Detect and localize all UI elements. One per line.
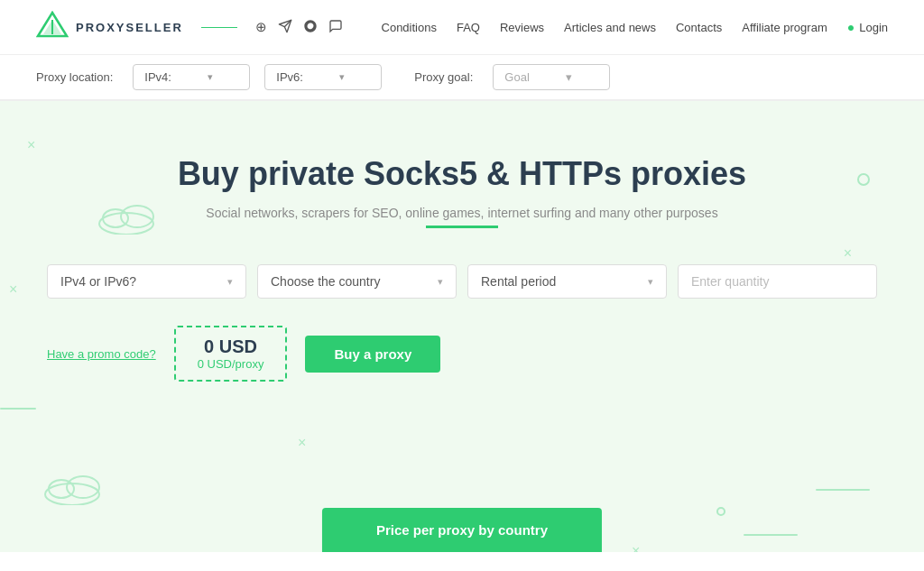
- hero-section: × × × × × Buy private Socks5 & HTTPs pro…: [0, 101, 924, 552]
- login-button[interactable]: ● Login: [847, 20, 888, 34]
- svg-point-6: [103, 209, 128, 227]
- ip-version-select[interactable]: IPv4 or IPv6? ▾: [47, 264, 246, 299]
- country-chevron-icon: ▾: [438, 276, 443, 288]
- toolbar: Proxy location: IPv4: ▾ IPv6: ▾ Proxy go…: [0, 55, 924, 101]
- ipv4-label: IPv4:: [144, 70, 171, 84]
- deco-line-4: [744, 534, 798, 536]
- ipv4-select[interactable]: IPv4: ▾: [133, 64, 250, 90]
- globe-icon[interactable]: ⊕: [255, 19, 267, 35]
- nav-articles[interactable]: Articles and news: [564, 21, 656, 34]
- send-icon[interactable]: [278, 19, 292, 36]
- user-icon: ●: [847, 20, 855, 34]
- logo-icon: [36, 11, 69, 43]
- header-left: PROXYSELLER ⊕: [36, 11, 343, 43]
- header-nav: Conditions FAQ Reviews Articles and news…: [382, 20, 888, 34]
- goal-placeholder: Goal: [504, 70, 529, 84]
- hero-title: Buy private Socks5 & HTTPs proxies: [178, 155, 746, 193]
- nav-faq[interactable]: FAQ: [457, 21, 480, 34]
- quantity-input[interactable]: [678, 264, 877, 299]
- deco-circle-2: [716, 507, 725, 516]
- chat-icon[interactable]: [328, 19, 343, 36]
- ipv4-chevron-icon: ▾: [208, 71, 213, 83]
- deco-circle-1: [857, 173, 870, 186]
- buy-proxy-button[interactable]: Buy a proxy: [305, 336, 440, 373]
- rental-period-chevron-icon: ▾: [648, 276, 653, 288]
- proxy-goal-label: Proxy goal:: [414, 70, 473, 84]
- ip-version-placeholder: IPv4 or IPv6?: [60, 274, 136, 289]
- hero-subtitle: Social networks, scrapers for SEO, onlin…: [206, 206, 717, 220]
- deco-cloud-2: [36, 462, 108, 505]
- ipv6-select[interactable]: IPv6: ▾: [264, 64, 382, 90]
- nav-reviews[interactable]: Reviews: [500, 21, 544, 34]
- header: PROXYSELLER ⊕ Conditions FAQ Reviews Art…: [0, 0, 924, 55]
- deco-x-5: ×: [844, 245, 852, 262]
- price-box: 0 USD 0 USD/proxy: [174, 326, 288, 382]
- form-row: IPv4 or IPv6? ▾ Choose the country ▾ Ren…: [47, 264, 877, 299]
- deco-x-3: ×: [298, 435, 306, 451]
- country-placeholder: Choose the country: [271, 274, 380, 289]
- nav-conditions[interactable]: Conditions: [382, 21, 437, 34]
- deco-line-1: [0, 408, 36, 410]
- header-icons: ⊕: [255, 19, 343, 36]
- price-main: 0 USD: [198, 336, 264, 357]
- ipv6-chevron-icon: ▾: [339, 71, 345, 83]
- nav-affiliate[interactable]: Affiliate program: [742, 21, 827, 34]
- svg-point-9: [49, 480, 74, 498]
- header-divider: [201, 27, 237, 28]
- rental-period-placeholder: Rental period: [481, 274, 556, 289]
- logo-text: PROXYSELLER: [76, 21, 183, 34]
- goal-chevron-icon: ▾: [566, 70, 572, 84]
- deco-x-1: ×: [27, 137, 35, 153]
- deco-cloud-1: [90, 191, 162, 235]
- price-sub: 0 USD/proxy: [198, 357, 264, 371]
- logo-area: PROXYSELLER: [36, 11, 183, 43]
- promo-code-link[interactable]: Have a promo code?: [47, 347, 156, 361]
- skype-icon[interactable]: [303, 19, 318, 36]
- rental-period-select[interactable]: Rental period ▾: [467, 264, 667, 299]
- country-select[interactable]: Choose the country ▾: [257, 264, 457, 299]
- bottom-row: Have a promo code? 0 USD 0 USD/proxy Buy…: [47, 326, 877, 382]
- login-label: Login: [859, 21, 888, 34]
- ipv6-label: IPv6:: [276, 70, 303, 84]
- hero-underline: [426, 226, 498, 228]
- deco-line-2: [816, 489, 870, 491]
- price-banner[interactable]: Price per proxy by country: [322, 508, 602, 552]
- goal-select[interactable]: Goal ▾: [493, 64, 610, 90]
- nav-contacts[interactable]: Contacts: [676, 21, 722, 34]
- deco-x-4: ×: [632, 543, 640, 552]
- ip-version-chevron-icon: ▾: [227, 276, 233, 288]
- proxy-location-label: Proxy location:: [36, 70, 113, 84]
- deco-x-2: ×: [9, 281, 17, 298]
